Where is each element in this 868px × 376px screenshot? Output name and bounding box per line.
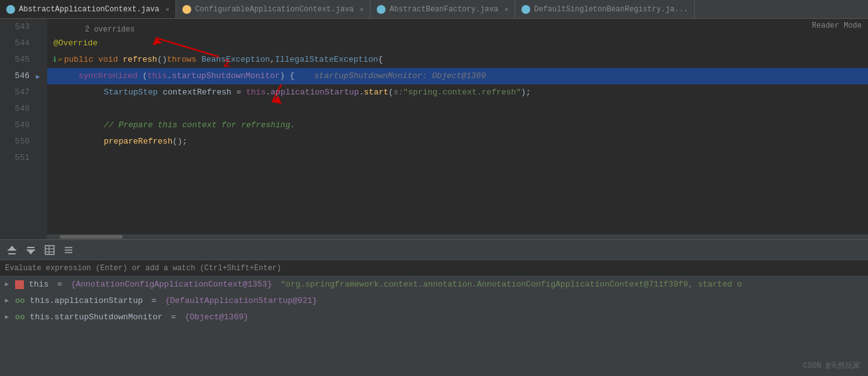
- type-illegalstate: IllegalStateException: [275, 52, 378, 68]
- debug-eval-bar[interactable]: Evaluate expression (Enter) or add a wat…: [0, 260, 868, 276]
- code-line-545: ℹ ⏎ public void refresh() throws BeansEx…: [53, 52, 868, 68]
- eval-bar-text: Evaluate expression (Enter) or add a wat…: [5, 264, 281, 273]
- line-num-551: 551: [0, 150, 30, 166]
- expand-icon-shutdown-monitor[interactable]: ▶: [5, 309, 11, 326]
- line-num-543: 543: [0, 19, 30, 35]
- debug-btn-down[interactable]: [24, 243, 38, 257]
- var-value-this: "org.springframework.context.annotation.…: [275, 276, 742, 293]
- code-line-549: // Prepare this context for refreshing.: [53, 117, 868, 134]
- var-ref-app-startup: {DefaultApplicationStartup@921}: [165, 293, 317, 309]
- field-app-startup: applicationStartup: [270, 84, 359, 101]
- gutter: ▶: [35, 19, 47, 239]
- line-num-545: 545: [0, 52, 30, 68]
- watermark: CSDN @天然玩家: [803, 360, 860, 371]
- debug-var-row-app-startup[interactable]: ▶ oo this.applicationStartup = {DefaultA…: [0, 293, 868, 309]
- svg-rect-7: [27, 247, 35, 248]
- debug-btn-table[interactable]: [43, 243, 57, 257]
- expand-icon-this[interactable]: ▶: [5, 276, 11, 293]
- list-icon: [63, 244, 74, 256]
- code-content[interactable]: 2 overrides 2 @Override ℹ ⏎ public void …: [47, 19, 868, 239]
- dot-1: .: [167, 68, 172, 84]
- tab-bar: AbstractApplicationContext.java ✕ Config…: [0, 0, 868, 19]
- tab-icon-1: [6, 5, 15, 14]
- tab-abstract-bean-factory[interactable]: AbstractBeanFactory.java ✕: [370, 0, 515, 19]
- var-type-icon-app-startup: oo: [15, 293, 25, 309]
- code-line-551: [53, 150, 868, 166]
- fn-refresh: refresh: [123, 52, 157, 68]
- tab-label-2: ConfigurableApplicationContext.java: [195, 5, 353, 14]
- var-ref-shutdown-monitor: {Object@1369}: [185, 309, 248, 326]
- inline-hint-startup-shutdown: startupShutdownMonitor: Object@1369: [314, 68, 486, 84]
- svg-rect-10: [45, 246, 54, 254]
- kw-public: public: [64, 52, 94, 68]
- code-line-550: prepareRefresh();: [53, 134, 868, 150]
- var-name-app-startup: this.applicationStartup: [30, 293, 143, 309]
- up-arrow-icon: [6, 244, 18, 256]
- debug-btn-up[interactable]: [5, 243, 19, 257]
- svg-marker-9: [28, 251, 34, 254]
- svg-marker-5: [9, 246, 15, 249]
- var-eq-app-startup: =: [147, 293, 161, 309]
- debug-arrow-icon: ⏎: [58, 52, 62, 68]
- debug-variables: ▶ this = {AnnotationConfigApplicationCon…: [0, 276, 868, 376]
- line-num-546: 546: [0, 68, 30, 84]
- var-context-refresh: contextRefresh: [163, 84, 231, 101]
- var-ref-this: {AnnotationConfigApplicationContext@1353…: [71, 276, 272, 293]
- code-line-548: [53, 101, 868, 117]
- debug-var-row-this[interactable]: ▶ this = {AnnotationConfigApplicationCon…: [0, 276, 868, 293]
- var-name-shutdown-monitor: this.startupShutdownMonitor: [30, 309, 163, 326]
- comment-prepare: // Prepare this context for refreshing.: [104, 117, 295, 134]
- tab-close-3[interactable]: ✕: [504, 6, 508, 13]
- line-num-548: 548: [0, 101, 30, 117]
- line-num-550: 550: [0, 134, 30, 150]
- var-type-icon-this: [15, 280, 24, 289]
- code-line-544: @Override: [53, 35, 868, 52]
- kw-synchronized: synchronized: [79, 68, 138, 84]
- line-num-544: 544: [0, 35, 30, 52]
- code-line-543: [53, 19, 868, 35]
- debug-btn-list[interactable]: [62, 243, 75, 257]
- scrollbar-horizontal[interactable]: [47, 234, 868, 239]
- var-name-this: this: [29, 276, 48, 293]
- hint-param-s: s:: [393, 84, 403, 101]
- tab-abstract-application-context[interactable]: AbstractApplicationContext.java ✕: [0, 0, 176, 19]
- field-startup-shutdown: startupShutdownMonitor: [172, 68, 280, 84]
- fn-prepare-refresh: prepareRefresh: [104, 134, 172, 150]
- tab-label-3: AbstractBeanFactory.java: [389, 5, 498, 14]
- str-spring-context: "spring.context.refresh": [403, 84, 521, 101]
- fn-start: start: [364, 84, 389, 101]
- tab-icon-4: [521, 5, 530, 14]
- annotation-override: @Override: [53, 35, 97, 52]
- kw-throws: throws: [167, 52, 197, 68]
- tab-label-1: AbstractApplicationContext.java: [19, 5, 159, 14]
- tab-close-1[interactable]: ✕: [165, 6, 169, 13]
- line-numbers: 543 544 545 546 547 548 549 550 551: [0, 19, 35, 239]
- type-startupstep: StartupStep: [104, 84, 158, 101]
- tab-default-singleton-bean-registry[interactable]: DefaultSingletonBeanRegistry.ja...: [515, 0, 695, 19]
- down-arrow-icon: [25, 244, 36, 256]
- expand-icon-app-startup[interactable]: ▶: [5, 293, 11, 309]
- editor-area: Reader Mode 543 544 545 546 547 548 549 …: [0, 19, 868, 239]
- tab-close-2[interactable]: ✕: [360, 6, 364, 13]
- this-keyword: this: [147, 68, 167, 84]
- svg-rect-6: [8, 253, 16, 254]
- debug-toolbar: [0, 240, 868, 260]
- this-keyword-2: this: [246, 84, 265, 101]
- svg-rect-4: [8, 249, 16, 251]
- code-line-547: StartupStep contextRefresh = this.applic…: [53, 84, 868, 101]
- scrollbar-thumb[interactable]: [60, 235, 123, 239]
- tab-configurable-application-context[interactable]: ConfigurableApplicationContext.java ✕: [176, 0, 370, 19]
- var-type-icon-shutdown-monitor: oo: [15, 309, 25, 326]
- breakpoint-icon: ▶: [36, 72, 40, 81]
- debug-var-row-shutdown-monitor[interactable]: ▶ oo this.startupShutdownMonitor = {Obje…: [0, 309, 868, 326]
- tab-icon-3: [377, 5, 386, 14]
- info-icon: ℹ: [53, 52, 56, 68]
- table-icon: [44, 244, 55, 256]
- type-beansexception: BeansException: [201, 52, 270, 68]
- tab-label-4: DefaultSingletonBeanRegistry.ja...: [534, 5, 688, 14]
- line-num-549: 549: [0, 117, 30, 134]
- line-num-547: 547: [0, 84, 30, 101]
- var-eq-shutdown-monitor: =: [166, 309, 181, 326]
- debug-panel: Evaluate expression (Enter) or add a wat…: [0, 239, 868, 376]
- kw-void: void: [98, 52, 118, 68]
